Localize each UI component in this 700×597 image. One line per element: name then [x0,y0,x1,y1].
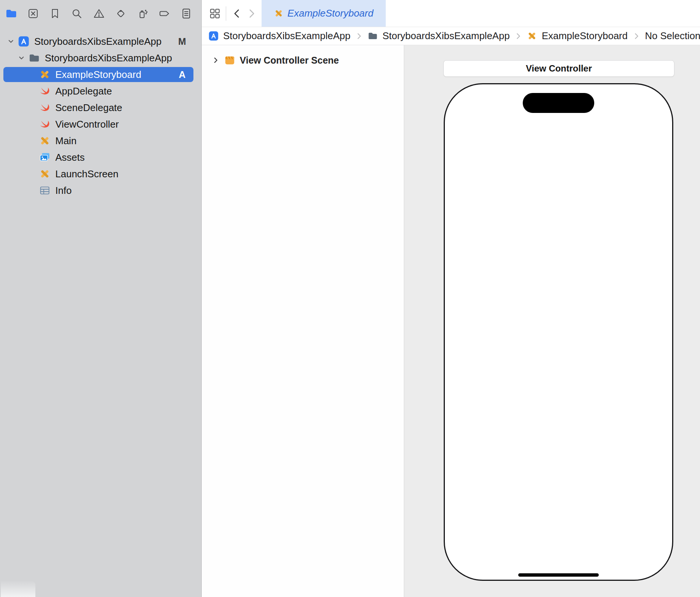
xcode-window: StoryboardsXibsExampleApp M StoryboardsX… [0,0,700,597]
folder-icon [29,52,40,64]
storyboard-icon [39,135,50,146]
jumpbar-item-selection[interactable]: No Selection [645,30,700,42]
jumpbar-item-label: No Selection [645,30,700,42]
storyboard-icon [39,69,50,80]
tree-item-label: ExampleStoryboard [55,69,141,81]
storyboard-canvas[interactable]: View Controller [404,45,700,597]
tree-item-appdelegate[interactable]: AppDelegate [0,83,201,99]
tree-item-label: StoryboardsXibsExampleApp [34,36,161,47]
storyboard-icon [274,9,283,18]
chevron-right-icon [632,32,641,40]
chevron-down-icon[interactable] [17,53,26,63]
tab-examplestoryboard[interactable]: ExampleStoryboard [262,0,386,27]
home-indicator [518,573,599,577]
folder-icon [368,31,378,41]
tree-item-label: Info [55,185,72,196]
view-controller-header-label: View Controller [526,63,592,74]
tree-item-launchscreen[interactable]: LaunchScreen [0,166,201,182]
swift-icon [39,85,50,97]
storyboard-icon [527,31,537,41]
issue-navigator-button[interactable] [91,5,107,22]
source-control-status-badge: M [177,36,187,47]
outline-view-controller-scene[interactable]: View Controller Scene [202,52,404,69]
dynamic-island [523,93,594,113]
report-navigator-button[interactable] [178,5,195,22]
swift-icon [39,102,50,113]
tree-item-label: Assets [55,152,85,163]
view-controller-header[interactable]: View Controller [443,60,674,77]
tree-item-assets[interactable]: Assets [0,149,201,166]
tree-item-scenedelegate[interactable]: SceneDelegate [0,99,201,116]
chevron-right-icon[interactable] [212,56,220,64]
divider [226,6,226,21]
tree-item-label: StoryboardsXibsExampleApp [45,52,172,64]
jumpbar-item-label: StoryboardsXibsExampleApp [223,30,350,42]
tree-item-label: AppDelegate [55,85,112,97]
scene-icon [224,55,235,66]
jumpbar-item-storyboard[interactable]: ExampleStoryboard [527,30,627,42]
navigate-forward-button[interactable] [244,5,259,22]
tree-item-group[interactable]: StoryboardsXibsExampleApp [0,50,201,66]
x-square-icon [27,8,39,20]
document-outline: View Controller Scene [202,45,404,597]
grid-squares-icon [209,8,221,20]
sidebar-corner-highlight [1,580,35,597]
jump-bar: StoryboardsXibsExampleApp StoryboardsXib… [202,27,700,45]
app-project-icon [18,36,29,47]
swift-icon [39,119,50,130]
tree-item-viewcontroller[interactable]: ViewController [0,116,201,132]
tree-item-project[interactable]: StoryboardsXibsExampleApp M [0,33,201,50]
tree-item-label: SceneDelegate [55,102,122,114]
jumpbar-item-project[interactable]: StoryboardsXibsExampleApp [208,30,350,42]
navigator-sidebar: StoryboardsXibsExampleApp M StoryboardsX… [0,0,202,597]
related-items-button[interactable] [208,5,222,22]
test-diamond-icon [115,8,127,20]
editor-tab-bar: ExampleStoryboard [202,0,700,27]
chevron-down-icon[interactable] [6,37,16,46]
report-document-icon [180,8,192,20]
chevron-right-icon [245,8,257,20]
tree-item-main[interactable]: Main [0,132,201,149]
spray-can-icon [137,8,149,20]
chevron-right-icon [514,32,522,40]
search-icon [71,8,83,20]
chevron-left-icon [231,8,243,20]
app-project-icon [208,31,219,41]
folder-icon [5,8,17,20]
tree-item-info[interactable]: Info [0,182,201,199]
jumpbar-item-label: StoryboardsXibsExampleApp [382,30,510,42]
bookmark-navigator-button[interactable] [47,5,63,22]
editor-area: ExampleStoryboard StoryboardsXibsExample… [202,0,700,597]
asset-catalog-icon [39,152,50,163]
tree-item-label: LaunchScreen [55,168,119,180]
jumpbar-item-label: ExampleStoryboard [542,30,627,42]
warning-triangle-icon [93,8,105,20]
tab-label: ExampleStoryboard [288,8,373,19]
project-tree: StoryboardsXibsExampleApp M StoryboardsX… [0,27,201,199]
jumpbar-item-group[interactable]: StoryboardsXibsExampleApp [368,30,510,42]
navigator-toolbar [0,0,201,27]
find-navigator-button[interactable] [68,5,85,22]
source-control-status-badge: A [177,69,187,80]
test-navigator-button[interactable] [113,5,129,22]
debug-navigator-button[interactable] [134,5,151,22]
navigate-back-button[interactable] [230,5,244,22]
scene-label: View Controller Scene [240,55,339,66]
breakpoint-flag-icon [158,8,170,20]
source-control-navigator-button[interactable] [25,5,41,22]
storyboard-icon [39,168,50,180]
chevron-right-icon [355,32,363,40]
bookmark-icon [49,8,61,20]
tree-item-label: ViewController [55,119,119,130]
project-navigator-button[interactable] [3,5,20,22]
editor-content: View Controller Scene View Controller [202,45,700,597]
view-controller-view[interactable] [444,83,673,581]
tree-item-label: Main [55,135,76,147]
tree-item-examplestoryboard[interactable]: ExampleStoryboard A [0,66,201,83]
property-list-icon [39,185,50,196]
breakpoint-navigator-button[interactable] [156,5,173,22]
